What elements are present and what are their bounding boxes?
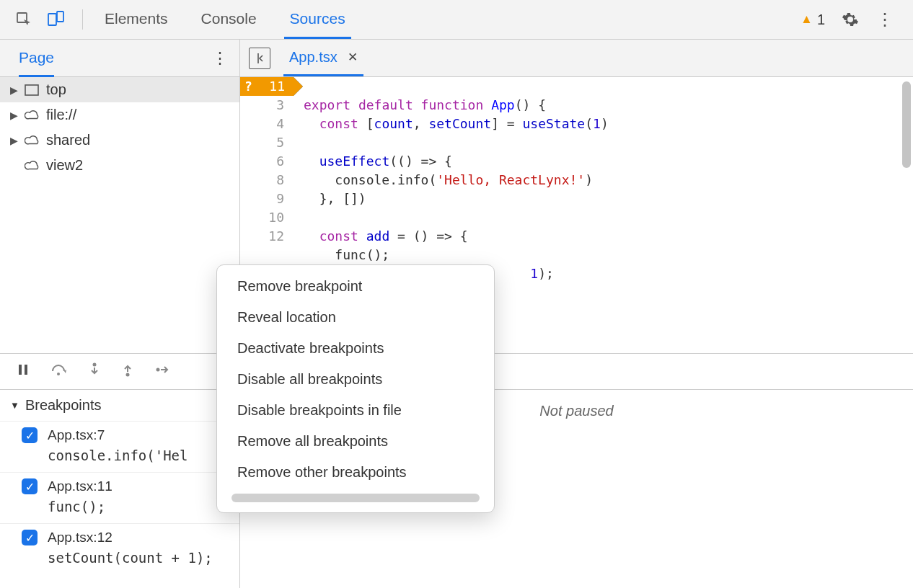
breakpoint-checkbox[interactable]: ✓ xyxy=(22,530,38,545)
code-line[interactable]: export default function App() { xyxy=(304,96,913,115)
code-line[interactable] xyxy=(304,208,913,227)
disclosure-triangle-icon: ▶ xyxy=(10,84,19,96)
line-number[interactable]: 10 xyxy=(240,208,293,227)
svg-point-8 xyxy=(126,373,130,377)
breakpoint-marker[interactable]: 11? xyxy=(240,77,294,96)
disclosure-triangle-icon: ▶ xyxy=(10,110,19,121)
context-menu-scrollbar[interactable] xyxy=(231,494,480,502)
cloud-icon xyxy=(25,110,40,121)
context-menu-item[interactable]: Remove all breakpoints xyxy=(217,426,494,457)
device-mode-icon[interactable] xyxy=(46,10,65,29)
step-out-icon[interactable] xyxy=(121,362,134,381)
breakpoint-context-menu: Remove breakpointReveal locationDeactiva… xyxy=(216,264,495,513)
disclosure-triangle-icon: ▼ xyxy=(10,400,19,411)
editor-scrollbar[interactable] xyxy=(902,81,911,168)
file-tab-app-tsx[interactable]: App.tsx ✕ xyxy=(283,40,363,76)
breakpoint-item[interactable]: ✓App.tsx:11func(); xyxy=(0,472,239,523)
devtools-tabs: Elements Console Sources xyxy=(99,0,351,39)
svg-rect-5 xyxy=(25,365,27,375)
line-number[interactable]: 3 xyxy=(240,96,293,115)
inspect-icon[interactable] xyxy=(14,10,33,29)
warning-counter[interactable]: ▲ 1 xyxy=(800,12,825,28)
context-menu-item[interactable]: Remove breakpoint xyxy=(217,271,494,302)
kebab-menu-icon[interactable]: ⋮ xyxy=(875,10,894,29)
navigator-tab-page[interactable]: Page xyxy=(19,49,54,77)
context-menu-item[interactable]: Remove other breakpoints xyxy=(217,457,494,488)
warning-count: 1 xyxy=(817,12,825,28)
settings-icon[interactable] xyxy=(841,10,860,29)
context-menu-item[interactable]: Disable breakpoints in file xyxy=(217,395,494,426)
toolbar-right: ▲ 1 ⋮ xyxy=(800,10,913,29)
step-icon[interactable] xyxy=(154,363,172,380)
svg-rect-3 xyxy=(25,85,38,95)
breakpoint-location: App.tsx:7 xyxy=(48,427,105,443)
devtools-toolbar: Elements Console Sources ▲ 1 ⋮ xyxy=(0,0,913,40)
close-icon[interactable]: ✕ xyxy=(348,50,358,65)
context-menu-item[interactable]: Reveal location xyxy=(217,302,494,333)
step-into-icon[interactable] xyxy=(88,362,101,381)
context-menu-item[interactable]: Deactivate breakpoints xyxy=(217,333,494,364)
tree-item-top[interactable]: ▶top xyxy=(0,77,239,102)
breakpoints-section-header[interactable]: ▼ Breakpoints xyxy=(0,390,239,421)
breakpoint-snippet: setCount(count + 1); xyxy=(48,550,229,566)
line-number[interactable]: 9 xyxy=(240,190,293,208)
pause-icon[interactable] xyxy=(16,362,30,380)
line-number[interactable]: 12 xyxy=(240,227,293,246)
toolbar-left xyxy=(0,9,90,30)
line-number[interactable]: 5 xyxy=(240,133,293,152)
tab-elements[interactable]: Elements xyxy=(99,0,174,39)
tab-console[interactable]: Console xyxy=(195,0,263,39)
context-menu-item[interactable]: Disable all breakpoints xyxy=(217,364,494,395)
code-line[interactable]: const add = () => { xyxy=(304,227,913,246)
tree-item-label: shared xyxy=(46,132,90,148)
step-over-icon[interactable] xyxy=(50,362,68,380)
breakpoint-snippet: func(); xyxy=(48,499,229,514)
svg-rect-4 xyxy=(19,365,22,375)
breakpoint-snippet: console.info('Hel xyxy=(48,447,229,463)
tree-item-file-[interactable]: ▶file:// xyxy=(0,102,239,128)
svg-rect-1 xyxy=(48,14,56,25)
breakpoint-item[interactable]: ✓App.tsx:12setCount(count + 1); xyxy=(0,523,239,574)
code-line[interactable]: }, []) xyxy=(304,190,913,208)
breakpoint-item[interactable]: ✓App.tsx:7console.info('Hel xyxy=(0,421,239,472)
breakpoint-checkbox[interactable]: ✓ xyxy=(22,427,38,443)
toggle-navigator-icon[interactable] xyxy=(249,48,270,69)
code-line[interactable] xyxy=(304,77,913,96)
code-line[interactable]: const [count, setCount] = useState(1) xyxy=(304,115,913,133)
breakpoint-checkbox[interactable]: ✓ xyxy=(22,478,38,494)
breakpoints-list: ✓App.tsx:7console.info('Hel✓App.tsx:11fu… xyxy=(0,421,239,574)
code-line[interactable]: console.info('Hello, ReactLynx!') xyxy=(304,171,913,190)
svg-point-9 xyxy=(156,368,160,372)
svg-point-6 xyxy=(57,373,60,375)
frame-icon xyxy=(25,84,40,96)
disclosure-triangle-icon: ▶ xyxy=(10,135,19,146)
cloud-icon xyxy=(25,160,40,172)
tree-item-label: file:// xyxy=(46,107,76,123)
breakpoint-location: App.tsx:12 xyxy=(48,530,113,545)
tree-item-label: top xyxy=(46,81,66,98)
warning-icon: ▲ xyxy=(800,12,813,27)
code-line[interactable]: func(); xyxy=(304,246,913,264)
navigator-header: Page ⋮ xyxy=(0,40,239,77)
tree-item-label: view2 xyxy=(46,157,83,174)
svg-point-7 xyxy=(93,363,97,367)
code-line[interactable] xyxy=(304,133,913,152)
line-number[interactable]: 8 xyxy=(240,171,293,190)
cloud-icon xyxy=(25,135,40,146)
tab-sources[interactable]: Sources xyxy=(284,0,351,39)
line-number[interactable]: 4 xyxy=(240,115,293,133)
breakpoint-location: App.tsx:11 xyxy=(48,478,113,494)
breakpoints-section-label: Breakpoints xyxy=(25,397,102,414)
file-tab-bar: App.tsx ✕ xyxy=(240,40,913,77)
code-line[interactable]: useEffect(() => { xyxy=(304,152,913,171)
tree-item-view2[interactable]: ▶view2 xyxy=(0,153,239,178)
debugger-left-pane: ▼ Breakpoints ✓App.tsx:7console.info('He… xyxy=(0,354,240,588)
file-tab-label: App.tsx xyxy=(289,49,338,66)
debugger-controls xyxy=(0,354,239,390)
tree-item-shared[interactable]: ▶shared xyxy=(0,128,239,153)
toolbar-divider xyxy=(82,9,83,30)
line-number[interactable]: 6 xyxy=(240,152,293,171)
svg-rect-2 xyxy=(57,12,63,22)
navigator-more-icon[interactable]: ⋮ xyxy=(212,49,229,68)
